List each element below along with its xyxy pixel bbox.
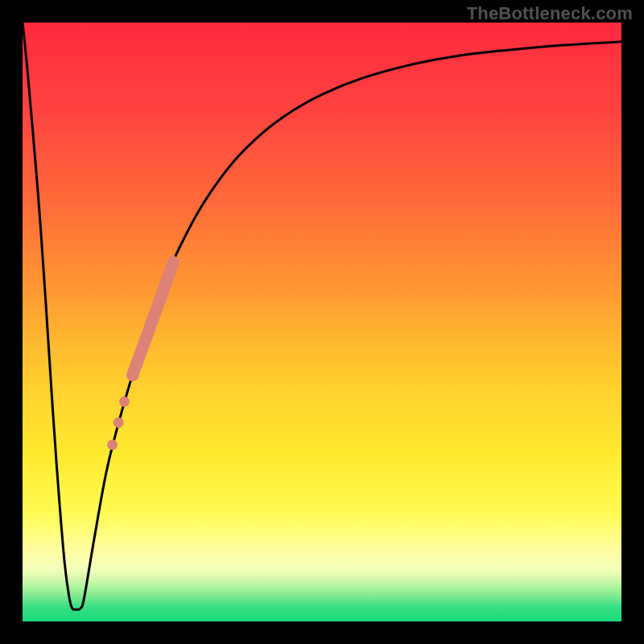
chart-svg (23, 23, 621, 621)
chart-background (23, 23, 621, 621)
plot-area (23, 23, 621, 621)
marker-dot (126, 368, 139, 381)
marker-dot (119, 396, 130, 407)
watermark-label: TheBottleneck.com (467, 3, 633, 24)
marker-dot (107, 440, 118, 450)
chart-frame: TheBottleneck.com (0, 0, 644, 644)
marker-dot (114, 417, 124, 427)
